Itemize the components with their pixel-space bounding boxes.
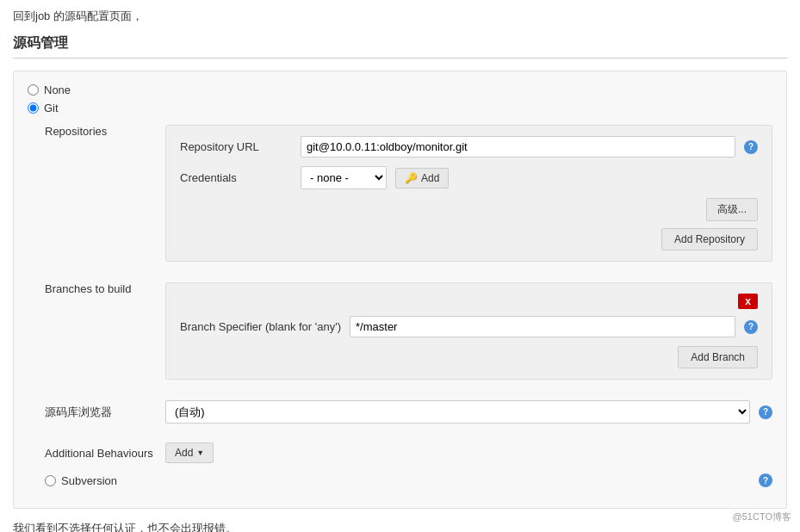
source-browser-select[interactable]: (自动) (165, 400, 750, 424)
advanced-button[interactable]: 高级... (706, 198, 758, 221)
none-label: None (44, 84, 71, 96)
repositories-label: Repositories (45, 125, 157, 138)
none-radio[interactable] (28, 84, 39, 96)
repo-url-label: Repository URL (180, 140, 292, 153)
branch-specifier-label: Branch Specifier (blank for 'any') (180, 320, 341, 333)
additional-behaviours-label: Additional Behaviours (45, 447, 157, 460)
git-label: Git (44, 102, 59, 114)
add-behaviour-button[interactable]: Add ▼ (165, 442, 214, 463)
section-title: 源码管理 (13, 34, 787, 59)
add-behaviour-label: Add (175, 447, 193, 459)
git-radio[interactable] (28, 102, 39, 114)
key-icon: 🔑 (405, 172, 418, 184)
add-repository-button[interactable]: Add Repository (661, 228, 758, 251)
top-text: 回到job 的源码配置页面， (13, 9, 787, 24)
branch-specifier-input[interactable] (350, 316, 735, 337)
credentials-select[interactable]: - none - (301, 166, 387, 189)
source-browser-help-icon[interactable]: ? (759, 405, 772, 419)
repo-url-help-icon[interactable]: ? (744, 140, 758, 154)
delete-branch-button[interactable]: x (738, 294, 758, 309)
add-credential-button[interactable]: 🔑 Add (395, 168, 449, 189)
subversion-radio[interactable] (45, 475, 56, 486)
branch-help-icon[interactable]: ? (744, 320, 758, 334)
subversion-label: Subversion (61, 474, 117, 487)
dropdown-arrow-icon: ▼ (196, 448, 204, 457)
repo-url-input[interactable] (301, 136, 735, 158)
watermark: @51CTO博客 (733, 510, 791, 523)
add-branch-button[interactable]: Add Branch (678, 346, 758, 368)
subversion-help-icon[interactable]: ? (759, 473, 772, 487)
branches-label: Branches to build (45, 282, 157, 295)
source-browser-label: 源码库浏览器 (45, 405, 157, 420)
credentials-label: Credentials (180, 171, 292, 184)
bottom-text: 我们看到不选择任何认证，也不会出现报错。 (13, 521, 787, 532)
